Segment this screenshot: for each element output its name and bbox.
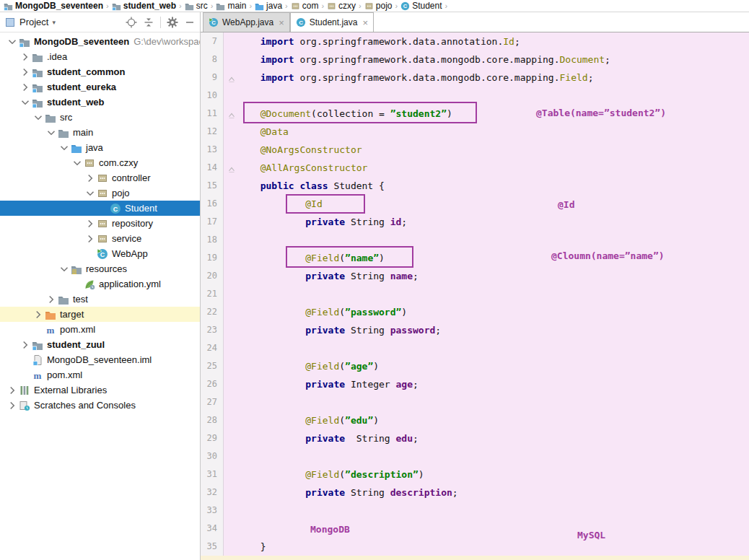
sidebar-item-pom-xml[interactable]: mpom.xml xyxy=(0,367,200,382)
code-text[interactable]: private String edu; xyxy=(249,429,749,447)
chevron-down-icon[interactable]: ▾ xyxy=(52,19,56,26)
code-text[interactable]: @Data xyxy=(249,123,749,141)
sidebar-item-pojo[interactable]: pojo xyxy=(0,185,200,201)
sidebar-item-student-zuul[interactable]: student_zuul xyxy=(0,337,200,352)
code-text[interactable]: @Field(”edu”) xyxy=(249,411,749,429)
code-text[interactable]: private String password; xyxy=(249,321,749,339)
tab-student-java[interactable]: CStudent.java× xyxy=(290,12,374,32)
fold-marker-icon[interactable] xyxy=(224,69,249,87)
sidebar-item-webapp[interactable]: CWebApp xyxy=(0,246,200,261)
code-text[interactable]: private String name; xyxy=(249,267,749,285)
code-text[interactable]: import org.springframework.data.annotati… xyxy=(249,32,749,51)
code-text[interactable]: @Field(”name”) xyxy=(249,249,749,267)
code-line: 28 @Field(”edu”) xyxy=(201,411,749,429)
gear-button[interactable] xyxy=(167,17,178,28)
chevron-down-icon[interactable] xyxy=(84,188,97,199)
breadcrumb-item-czxy[interactable]: czxy xyxy=(326,1,356,11)
chevron-right-icon[interactable] xyxy=(84,233,97,245)
code-text[interactable] xyxy=(249,502,749,520)
chevron-right-icon[interactable] xyxy=(19,339,32,351)
code-text[interactable]: @Document(collection = ”student2”) xyxy=(249,105,749,123)
sidebar-item-com-czxy[interactable]: com.czxy xyxy=(0,155,200,170)
sidebar-item-resources[interactable]: resources xyxy=(0,261,200,276)
sidebar-item-student-common[interactable]: student_common xyxy=(0,64,200,79)
sidebar-item-java[interactable]: java xyxy=(0,140,200,155)
sidebar-item-main[interactable]: main xyxy=(0,125,200,140)
sidebar-item-application-yml[interactable]: application.yml xyxy=(0,276,200,292)
code-text[interactable]: import org.springframework.data.mongodb.… xyxy=(249,69,749,87)
code-text[interactable]: @AllArgsConstructor xyxy=(249,159,749,177)
breadcrumb-item-student_web[interactable]: student_web xyxy=(111,1,177,11)
sidebar-item-src[interactable]: src xyxy=(0,110,200,125)
code-text[interactable]: private Integer age; xyxy=(249,375,749,393)
sidebar-item-pom-xml[interactable]: mpom.xml xyxy=(0,322,200,337)
sidebar-item-external-libraries[interactable]: External Libraries xyxy=(0,382,200,398)
sidebar-item-scratches-and-consoles[interactable]: Scratches and Consoles xyxy=(0,398,200,413)
code-text[interactable] xyxy=(249,231,749,249)
fold-marker-icon[interactable] xyxy=(224,159,249,177)
code-text[interactable] xyxy=(249,87,749,105)
sidebar-item-student-web[interactable]: student_web xyxy=(0,95,200,110)
project-panel-title[interactable]: Project xyxy=(19,17,48,27)
locate-button[interactable] xyxy=(126,17,137,28)
breadcrumb-item-main[interactable]: main xyxy=(215,1,247,11)
chevron-down-icon[interactable] xyxy=(19,97,32,108)
sidebar-item-test[interactable]: test xyxy=(0,292,200,307)
code-text[interactable] xyxy=(249,339,749,357)
chevron-right-icon[interactable] xyxy=(6,385,19,396)
chevron-right-icon[interactable] xyxy=(19,66,32,78)
code-text[interactable]: } xyxy=(249,538,749,556)
sidebar-item-student[interactable]: CStudent xyxy=(0,201,200,216)
code-text[interactable] xyxy=(249,520,749,538)
folder-icon xyxy=(58,127,69,139)
chevron-down-icon[interactable] xyxy=(6,36,19,48)
sidebar-item-mongodb-seventeen-iml[interactable]: MongoDB_seventeen.iml xyxy=(0,352,200,367)
sidebar-item-mongodb-seventeen[interactable]: MongoDB_seventeenG:\dev\workspac xyxy=(0,34,200,49)
chevron-right-icon[interactable] xyxy=(45,294,58,305)
close-icon[interactable]: × xyxy=(279,17,284,28)
code-text[interactable]: @Id xyxy=(249,195,749,213)
breadcrumb-item-src[interactable]: src xyxy=(184,1,209,11)
chevron-right-icon[interactable] xyxy=(19,82,32,93)
chevron-right-icon[interactable] xyxy=(84,172,97,184)
sidebar-item-target[interactable]: target xyxy=(0,307,200,322)
sidebar-item--idea[interactable]: .idea xyxy=(0,49,200,64)
code-text[interactable]: private String description; xyxy=(249,484,749,502)
chevron-right-icon[interactable] xyxy=(19,51,32,63)
breadcrumb-item-student[interactable]: CStudent xyxy=(400,1,442,11)
breadcrumb-item-pojo[interactable]: pojo xyxy=(364,1,393,11)
sidebar-item-student-eureka[interactable]: student_eureka xyxy=(0,79,200,95)
tab-webapp-java[interactable]: CWebApp.java× xyxy=(203,12,290,32)
chevron-down-icon[interactable] xyxy=(32,112,45,123)
chevron-down-icon[interactable] xyxy=(71,157,84,169)
minimize-button[interactable] xyxy=(184,17,196,28)
chevron-down-icon[interactable] xyxy=(45,127,58,139)
line-number: 7 xyxy=(201,32,224,51)
sidebar-item-controller[interactable]: controller xyxy=(0,170,200,185)
code-text[interactable]: @Field(”age”) xyxy=(249,357,749,375)
chevron-right-icon[interactable] xyxy=(32,309,45,320)
code-text[interactable]: import org.springframework.data.mongodb.… xyxy=(249,51,749,69)
code-text[interactable] xyxy=(249,393,749,411)
sidebar-item-repository[interactable]: repository xyxy=(0,216,200,231)
breadcrumb-item-mongodb_seventeen[interactable]: MongoDB_seventeen xyxy=(3,1,104,11)
close-icon[interactable]: × xyxy=(362,17,368,28)
code-text[interactable]: @NoArgsConstructor xyxy=(249,141,749,159)
sidebar-item-service[interactable]: service xyxy=(0,231,200,246)
code-text[interactable]: @Field(”password”) xyxy=(249,303,749,321)
breadcrumb-item-java[interactable]: java xyxy=(254,1,283,11)
chevron-down-icon[interactable] xyxy=(58,142,71,154)
collapse-all-button[interactable] xyxy=(143,17,154,28)
code-text[interactable]: @Field(”description”) xyxy=(249,465,749,484)
line-number: 22 xyxy=(201,303,224,321)
code-text[interactable]: public class Student { xyxy=(249,177,749,195)
code-text[interactable] xyxy=(249,447,749,465)
chevron-down-icon[interactable] xyxy=(58,263,71,275)
tree-item-label: pojo xyxy=(112,188,130,198)
code-text[interactable] xyxy=(249,285,749,303)
chevron-right-icon[interactable] xyxy=(6,400,19,411)
fold-marker-icon[interactable] xyxy=(224,105,249,123)
code-text[interactable]: private String id; xyxy=(249,213,749,231)
chevron-right-icon[interactable] xyxy=(84,218,97,229)
breadcrumb-item-com[interactable]: com xyxy=(290,1,320,11)
